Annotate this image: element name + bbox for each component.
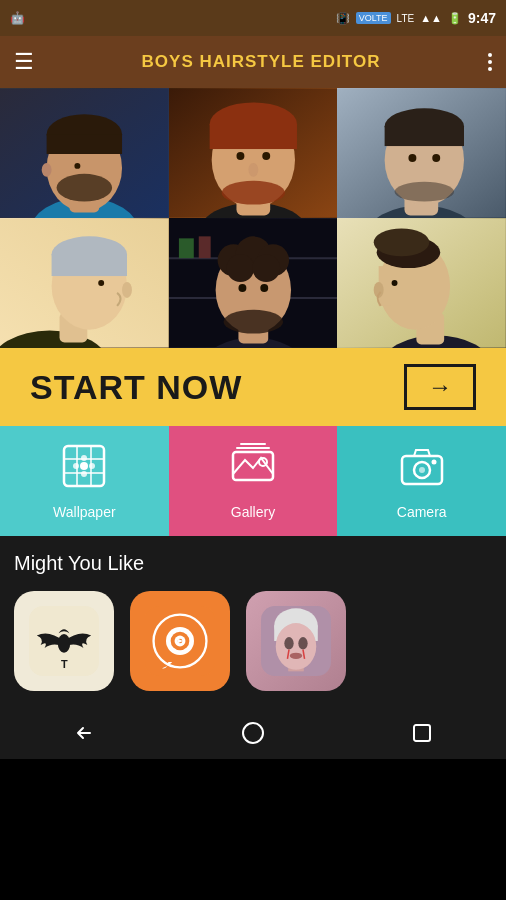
svg-rect-16 bbox=[209, 124, 296, 149]
app-icon-video-chat[interactable] bbox=[130, 591, 230, 691]
svg-point-70 bbox=[81, 471, 87, 477]
svg-point-80 bbox=[431, 460, 436, 465]
svg-rect-41 bbox=[179, 238, 194, 258]
svg-point-19 bbox=[262, 152, 270, 160]
svg-point-8 bbox=[74, 163, 80, 169]
svg-point-9 bbox=[42, 163, 52, 177]
svg-point-79 bbox=[419, 467, 425, 473]
might-you-like-section: Might You Like T bbox=[0, 536, 506, 707]
back-button[interactable] bbox=[59, 713, 109, 753]
svg-point-69 bbox=[81, 455, 87, 461]
svg-point-36 bbox=[122, 282, 132, 298]
camera-label: Camera bbox=[397, 504, 447, 520]
svg-rect-42 bbox=[198, 236, 210, 258]
signal-icon: ▲▲ bbox=[420, 12, 442, 24]
vibrate-icon: 📳 bbox=[336, 12, 350, 25]
dot-3 bbox=[488, 67, 492, 71]
hamburger-menu-button[interactable]: ☰ bbox=[14, 49, 34, 75]
battery-icon: 🔋 bbox=[448, 12, 462, 25]
svg-point-62 bbox=[392, 280, 398, 286]
svg-point-72 bbox=[89, 463, 95, 469]
svg-point-7 bbox=[57, 174, 113, 202]
svg-point-71 bbox=[73, 463, 79, 469]
svg-point-51 bbox=[223, 310, 283, 334]
svg-rect-26 bbox=[385, 126, 464, 146]
top-bar: ☰ BOYS HAIRSTYLE EDITOR bbox=[0, 36, 506, 88]
svg-point-53 bbox=[260, 284, 268, 292]
volte-badge: VOLTE bbox=[356, 12, 391, 24]
svg-point-52 bbox=[238, 284, 246, 292]
svg-text:T: T bbox=[61, 658, 68, 670]
photo-cell-6[interactable] bbox=[337, 218, 506, 348]
arrow-icon: → bbox=[428, 373, 452, 401]
svg-rect-103 bbox=[414, 725, 430, 741]
status-time: 9:47 bbox=[468, 10, 496, 26]
camera-icon bbox=[398, 442, 446, 496]
svg-point-82 bbox=[58, 634, 70, 653]
wallpaper-label: Wallpaper bbox=[53, 504, 116, 520]
status-bar: 🤖 📳 VOLTE LTE ▲▲ 🔋 9:47 bbox=[0, 0, 506, 36]
lte-icon: LTE bbox=[397, 13, 415, 24]
svg-point-101 bbox=[276, 623, 316, 670]
svg-point-20 bbox=[248, 163, 258, 177]
photo-cell-3[interactable] bbox=[337, 88, 506, 218]
photo-cell-2[interactable] bbox=[169, 88, 338, 218]
gallery-button[interactable]: Gallery bbox=[169, 426, 338, 536]
dot-1 bbox=[488, 53, 492, 57]
home-button[interactable] bbox=[228, 713, 278, 753]
start-now-banner[interactable]: START NOW → bbox=[0, 348, 506, 426]
gallery-icon bbox=[229, 442, 277, 496]
bottom-nav bbox=[0, 707, 506, 759]
app-recommendations-row: T bbox=[14, 591, 492, 691]
svg-point-68 bbox=[80, 462, 88, 470]
might-you-like-title: Might You Like bbox=[14, 552, 492, 575]
wallpaper-icon bbox=[60, 442, 108, 496]
feature-row: Wallpaper Gallery bbox=[0, 426, 506, 536]
camera-button[interactable]: Camera bbox=[337, 426, 506, 536]
gallery-label: Gallery bbox=[231, 504, 275, 520]
hairstyle-photo-grid bbox=[0, 88, 506, 348]
svg-point-27 bbox=[395, 182, 455, 202]
svg-point-59 bbox=[374, 228, 430, 256]
status-left: 🤖 bbox=[10, 11, 25, 25]
svg-point-29 bbox=[433, 154, 441, 162]
svg-rect-35 bbox=[52, 254, 127, 276]
svg-point-18 bbox=[236, 152, 244, 160]
app-title: BOYS HAIRSTYLE EDITOR bbox=[142, 52, 381, 72]
photo-cell-5[interactable] bbox=[169, 218, 338, 348]
recent-apps-button[interactable] bbox=[397, 713, 447, 753]
status-right: 📳 VOLTE LTE ▲▲ 🔋 9:47 bbox=[336, 10, 496, 26]
start-now-text: START NOW bbox=[30, 368, 242, 407]
svg-point-28 bbox=[409, 154, 417, 162]
svg-point-17 bbox=[221, 181, 285, 205]
photo-cell-1[interactable] bbox=[0, 88, 169, 218]
svg-point-49 bbox=[226, 254, 254, 282]
svg-point-37 bbox=[98, 280, 104, 286]
wallpaper-button[interactable]: Wallpaper bbox=[0, 426, 169, 536]
more-options-button[interactable] bbox=[488, 53, 492, 71]
svg-point-102 bbox=[243, 723, 263, 743]
app-icon-horror-makeup[interactable] bbox=[246, 591, 346, 691]
photo-cell-4[interactable] bbox=[0, 218, 169, 348]
android-icon: 🤖 bbox=[10, 11, 25, 25]
app-icon-tattoo[interactable]: T bbox=[14, 591, 114, 691]
dot-2 bbox=[488, 60, 492, 64]
svg-point-50 bbox=[252, 254, 280, 282]
svg-rect-6 bbox=[47, 134, 122, 154]
start-now-arrow-button[interactable]: → bbox=[404, 364, 476, 410]
